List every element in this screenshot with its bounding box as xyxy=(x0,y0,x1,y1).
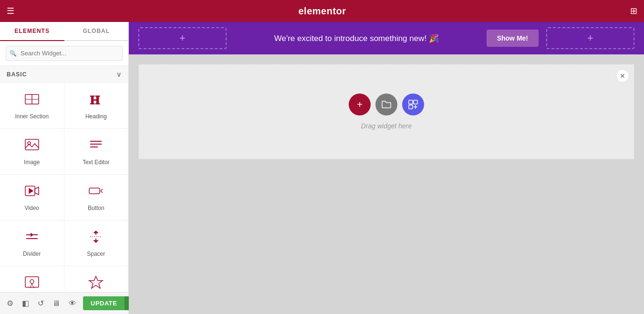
icon-widget-icon xyxy=(88,275,104,292)
widget-spacer-label: Spacer xyxy=(87,251,105,257)
svg-text:H: H xyxy=(90,93,100,107)
widget-video-label: Video xyxy=(25,205,39,211)
history-icon[interactable]: ↺ xyxy=(36,297,46,310)
widget-button[interactable]: Button xyxy=(64,175,129,220)
widget-inner-section[interactable]: Inner Section xyxy=(0,83,64,129)
announcement-text: We're excited to introduce something new… xyxy=(234,33,479,43)
menu-icon[interactable]: ☰ xyxy=(7,6,14,16)
responsive-icon[interactable]: 🖥 xyxy=(51,297,62,310)
widget-google-maps[interactable]: Google Maps xyxy=(0,266,64,292)
sidebar: ELEMENTS GLOBAL BASIC ∨ xyxy=(0,22,129,314)
divider-icon xyxy=(24,229,40,247)
drag-hint: Drag widget here xyxy=(361,122,412,130)
show-me-button[interactable]: Show Me! xyxy=(487,30,539,47)
section-inner: + xyxy=(349,94,424,130)
svg-rect-12 xyxy=(89,188,100,194)
search-wrapper xyxy=(6,46,123,61)
svg-marker-22 xyxy=(94,241,98,242)
add-section-right-plus: + xyxy=(587,32,593,44)
heading-icon: H xyxy=(88,92,104,109)
svg-line-13 xyxy=(101,189,103,191)
announcement-banner: + We're excited to introduce something n… xyxy=(129,22,644,54)
widget-spacer[interactable]: Spacer xyxy=(64,220,129,266)
svg-marker-11 xyxy=(29,188,33,193)
widget-heading[interactable]: H Heading xyxy=(64,83,129,129)
widget-icon[interactable]: Icon xyxy=(64,266,129,292)
widget-inner-section-label: Inner Section xyxy=(15,113,49,120)
sidebar-tabs: ELEMENTS GLOBAL xyxy=(0,22,128,41)
add-section-left-plus: + xyxy=(179,32,186,44)
add-section-right[interactable]: + xyxy=(546,27,634,49)
google-maps-icon xyxy=(24,275,40,292)
update-button[interactable]: UPDATE xyxy=(83,296,125,310)
widget-video[interactable]: Video xyxy=(0,175,64,220)
svg-marker-26 xyxy=(89,276,103,288)
widget-image-label: Image xyxy=(24,159,40,166)
sidebar-footer: ⚙ ◧ ↺ 🖥 👁 UPDATE ▲ xyxy=(0,292,128,314)
widget-text-editor-label: Text Editor xyxy=(83,159,110,166)
svg-rect-29 xyxy=(409,105,413,109)
spacer-icon xyxy=(88,229,104,247)
main-layout: ELEMENTS GLOBAL BASIC ∨ xyxy=(0,22,644,314)
widget-image[interactable]: Image xyxy=(0,129,64,175)
widget-text-editor[interactable]: Text Editor xyxy=(64,129,129,175)
canvas-content: ✕ + xyxy=(129,54,644,314)
svg-marker-18 xyxy=(31,233,33,236)
tab-global[interactable]: GLOBAL xyxy=(64,22,129,40)
video-icon xyxy=(24,183,40,201)
top-bar: ☰ elementor ⊞ xyxy=(0,0,644,22)
chevron-down-icon: ∨ xyxy=(116,71,122,78)
widget-button-label: Button xyxy=(88,205,104,211)
svg-rect-24 xyxy=(25,277,39,287)
template-button[interactable] xyxy=(402,94,424,115)
sidebar-search xyxy=(0,41,128,66)
svg-line-14 xyxy=(101,191,103,193)
logo: elementor xyxy=(298,6,346,17)
add-widget-button[interactable]: + xyxy=(349,94,371,115)
folder-button[interactable] xyxy=(375,94,397,115)
text-editor-icon xyxy=(88,137,104,155)
grid-icon[interactable]: ⊞ xyxy=(630,6,637,16)
widget-divider-label: Divider xyxy=(23,251,41,257)
svg-marker-10 xyxy=(35,187,39,195)
canvas-area: + We're excited to introduce something n… xyxy=(129,22,644,314)
button-icon xyxy=(88,183,104,201)
search-input[interactable] xyxy=(6,46,123,61)
svg-marker-20 xyxy=(94,231,98,233)
image-icon xyxy=(24,137,40,155)
inner-section-icon xyxy=(24,92,40,109)
add-section-left[interactable]: + xyxy=(138,27,227,49)
action-buttons: + xyxy=(349,94,424,115)
section-block: ✕ + xyxy=(138,64,634,159)
widgets-grid: Inner Section H Heading xyxy=(0,83,128,292)
basic-section-header[interactable]: BASIC ∨ xyxy=(0,66,128,83)
close-button[interactable]: ✕ xyxy=(616,69,629,83)
preview-icon[interactable]: 👁 xyxy=(67,297,78,310)
layers-icon[interactable]: ◧ xyxy=(20,297,31,310)
basic-label: BASIC xyxy=(7,71,27,78)
widget-heading-label: Heading xyxy=(85,113,107,120)
svg-rect-4 xyxy=(25,139,39,150)
widget-divider[interactable]: Divider xyxy=(0,220,64,266)
svg-rect-27 xyxy=(409,100,413,104)
settings-icon[interactable]: ⚙ xyxy=(5,297,15,310)
tab-elements[interactable]: ELEMENTS xyxy=(0,22,64,41)
svg-rect-28 xyxy=(414,100,417,104)
